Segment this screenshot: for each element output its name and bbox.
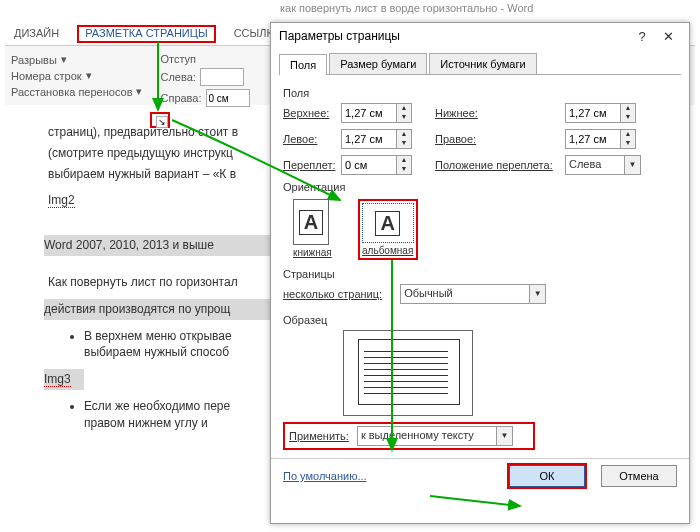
pages-section-label: Страницы	[283, 268, 677, 280]
hyphenation-menu[interactable]: Расстановка переносов	[11, 86, 132, 98]
right-input[interactable]: ▲▼	[565, 129, 643, 149]
sample-preview	[343, 330, 473, 416]
gutter-label: Переплет:	[283, 159, 341, 171]
left-label: Левое:	[283, 133, 341, 145]
apply-to-combo[interactable]: к выделенному тексту▼	[357, 426, 513, 446]
page-setup-group: Разрывы▾ Номера строк▾ Расстановка перен…	[11, 50, 142, 101]
dialog-tabs: Поля Размер бумаги Источник бумаги	[279, 53, 681, 75]
document-body: страниц), предварительно стоит в (смотри…	[48, 120, 298, 438]
tab-paper-source[interactable]: Источник бумаги	[429, 53, 536, 74]
sample-section-label: Образец	[283, 314, 677, 326]
bottom-input[interactable]: ▲▼	[565, 103, 643, 123]
apply-to-label: Применить:	[289, 430, 349, 442]
tab-page-layout[interactable]: РАЗМЕТКА СТРАНИЦЫ	[77, 25, 215, 43]
margins-section-label: Поля	[283, 87, 677, 99]
cancel-button[interactable]: Отмена	[601, 465, 677, 487]
ribbon-tabs: ДИЗАЙН РАЗМЕТКА СТРАНИЦЫ ССЫЛК	[10, 25, 277, 43]
bottom-label: Нижнее:	[435, 107, 565, 119]
multiple-pages-combo[interactable]: Обычный▼	[400, 284, 546, 304]
left-input[interactable]: ▲▼	[341, 129, 419, 149]
gutter-input[interactable]: ▲▼	[341, 155, 419, 175]
line-numbers-menu[interactable]: Номера строк	[11, 70, 82, 82]
gutter-pos-combo[interactable]: Слева▼	[565, 155, 643, 175]
indent-right-label: Справа:	[160, 92, 201, 104]
dialog-title: Параметры страницы	[279, 29, 400, 43]
ok-button[interactable]: ОК	[509, 465, 585, 487]
top-input[interactable]: ▲▼	[341, 103, 419, 123]
apply-to-row: Применить: к выделенному тексту▼	[283, 422, 535, 450]
indent-left-input[interactable]	[200, 68, 244, 86]
breaks-menu[interactable]: Разрывы	[11, 54, 57, 66]
tab-margins[interactable]: Поля	[279, 54, 327, 75]
right-label: Правое:	[435, 133, 565, 145]
page-setup-dialog: Параметры страницы ? ✕ Поля Размер бумаг…	[270, 22, 690, 524]
multiple-pages-label: несколько страниц:	[283, 288, 382, 300]
orientation-section-label: Ориентация	[283, 181, 677, 193]
close-button[interactable]: ✕	[655, 29, 681, 44]
indent-label: Отступ	[160, 53, 249, 65]
indent-group: Отступ Слева: Справа:	[160, 50, 249, 101]
help-button[interactable]: ?	[629, 29, 655, 44]
tab-paper-size[interactable]: Размер бумаги	[329, 53, 427, 74]
orientation-portrait[interactable]: A книжная	[293, 199, 332, 260]
orientation-landscape[interactable]: A альбомная	[358, 199, 418, 260]
window-title: как повернуть лист в ворде горизонтально…	[280, 2, 533, 14]
tab-design[interactable]: ДИЗАЙН	[10, 25, 63, 43]
gutter-pos-label: Положение переплета:	[435, 159, 565, 171]
indent-left-label: Слева:	[160, 71, 195, 83]
indent-right-input[interactable]	[206, 89, 250, 107]
set-default-button[interactable]: По умолчанию...	[283, 470, 367, 482]
top-label: Верхнее:	[283, 107, 341, 119]
